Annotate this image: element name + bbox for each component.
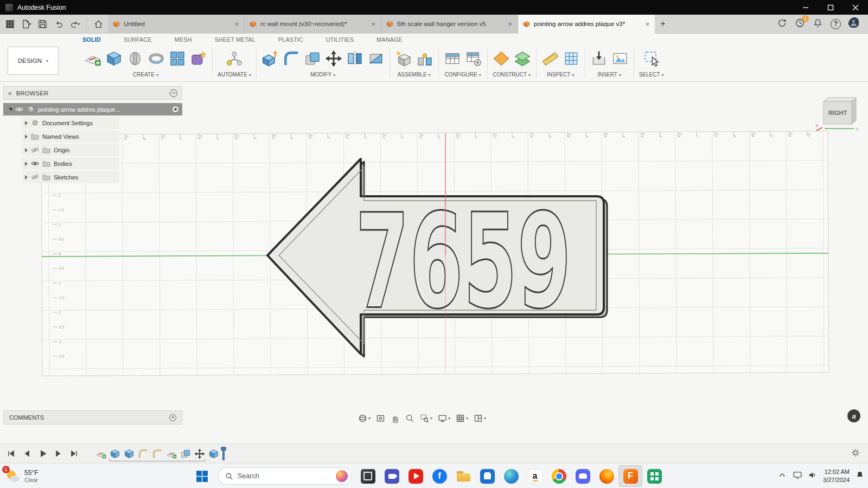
ribbon-tab-utilities[interactable]: UTILITIES [326, 36, 354, 43]
viewport-layout[interactable]: ▾ [474, 414, 486, 423]
pan-hand-tool[interactable] [391, 414, 400, 423]
taskbar-app-task-view[interactable] [356, 465, 380, 487]
tray-notifications-bell-icon[interactable] [855, 470, 865, 482]
undo-icon[interactable] [51, 16, 66, 31]
move-copy-icon[interactable] [325, 50, 342, 67]
feature-chamfer-icon[interactable] [152, 448, 163, 459]
weather-widget[interactable]: 1 55°F Clear [4, 466, 38, 486]
taskbar-search[interactable]: Search [218, 467, 352, 485]
group-label-configure[interactable]: CONFIGURE [445, 72, 481, 78]
taskbar-app-store[interactable] [475, 465, 499, 487]
eye-icon[interactable] [31, 160, 39, 167]
expander-icon[interactable] [9, 108, 12, 111]
group-label-modify[interactable]: MODIFY [310, 72, 335, 78]
section-analysis-icon[interactable] [563, 50, 580, 67]
doc-tab-rc-wall-mount[interactable]: rc wall mount (v30~recovered)* × [245, 15, 381, 34]
ribbon-tab-sheet-metal[interactable]: SHEET METAL [214, 36, 255, 43]
new-component-icon[interactable] [395, 50, 412, 67]
plaque-number[interactable]: 7659 [355, 186, 571, 338]
configure-settings-icon[interactable] [465, 50, 482, 67]
browser-item-named-views[interactable]: Named Views [22, 130, 119, 143]
group-label-inspect[interactable]: INSPECT [547, 72, 574, 78]
doc-tab-wall-hanger[interactable]: 5th scale wall hanger version v5 × [381, 15, 518, 34]
job-status-icon[interactable]: 1 [795, 18, 805, 30]
maximize-button[interactable] [818, 0, 843, 15]
browser-root-row[interactable]: pointing arrow addres plaque... [3, 103, 182, 115]
fillet-icon[interactable] [283, 50, 300, 67]
expander-icon[interactable] [25, 162, 28, 166]
viewcube-top-face[interactable] [824, 98, 856, 101]
group-label-construct[interactable]: CONSTRUCT [493, 72, 531, 78]
taskbar-app-chrome[interactable] [547, 465, 571, 487]
play-icon[interactable] [36, 447, 49, 460]
expander-icon[interactable] [25, 175, 28, 179]
combine-icon[interactable] [304, 50, 321, 67]
insert-mesh-icon[interactable] [590, 50, 608, 67]
configuration-table-icon[interactable] [444, 50, 461, 67]
press-pull-icon[interactable] [261, 50, 279, 67]
feature-sketch-icon[interactable] [166, 448, 177, 459]
zoom-window-tool[interactable]: ▾ [420, 414, 432, 423]
browser-item-document-settings[interactable]: Document Settings [22, 117, 119, 129]
offset-plane-icon[interactable] [514, 50, 531, 67]
minimize-button[interactable] [793, 0, 818, 15]
redo-icon[interactable]: ▾ [67, 16, 82, 31]
go-to-start-icon[interactable] [4, 447, 17, 460]
go-to-end-icon[interactable] [67, 447, 80, 460]
assistant-icon[interactable]: a [847, 409, 860, 422]
group-label-insert[interactable]: INSERT [597, 72, 621, 78]
timeline-position-marker[interactable] [222, 447, 225, 460]
taskbar-app-teams[interactable] [380, 465, 404, 487]
group-label-automate[interactable]: AUTOMATE [218, 72, 251, 78]
tray-volume-icon[interactable] [808, 470, 818, 482]
new-design-icon[interactable]: ▾ [18, 16, 34, 31]
sync-status-icon[interactable] [777, 18, 787, 30]
feature-extrude-icon[interactable] [124, 448, 135, 459]
create-sketch-icon[interactable] [84, 50, 101, 67]
eye-off-icon[interactable] [31, 146, 39, 153]
taskbar-app-amazon[interactable] [523, 465, 547, 487]
ribbon-tab-plastic[interactable]: PLASTIC [278, 36, 303, 43]
measure-icon[interactable] [541, 50, 559, 67]
viewcube-side-face[interactable] [852, 98, 856, 124]
minimize-browser-icon[interactable] [170, 89, 177, 97]
feature-chamfer-icon[interactable] [138, 448, 149, 459]
feature-combine-icon[interactable] [180, 448, 191, 459]
ribbon-tab-manage[interactable]: MANAGE [376, 36, 403, 43]
new-tab-button[interactable]: + [655, 16, 671, 32]
taskbar-app-sheets[interactable] [642, 465, 666, 487]
group-label-assemble[interactable]: ASSEMBLE [398, 72, 431, 78]
app-menu-icon[interactable] [2, 16, 17, 31]
help-icon[interactable]: ? [831, 19, 841, 29]
select-icon[interactable] [643, 50, 660, 67]
group-label-select[interactable]: SELECT [639, 72, 664, 78]
coil-icon[interactable] [148, 50, 165, 67]
eye-off-icon[interactable] [31, 174, 39, 181]
ribbon-tab-surface[interactable]: SURFACE [124, 36, 152, 43]
tab-close-icon[interactable]: × [233, 20, 240, 28]
tab-close-icon[interactable]: × [507, 20, 513, 28]
browser-item-bodies[interactable]: Bodies [22, 157, 119, 170]
expander-icon[interactable] [25, 121, 28, 125]
grid-snap-settings[interactable]: ▾ [456, 414, 468, 423]
user-avatar[interactable] [848, 17, 861, 30]
feature-sketch-icon[interactable] [95, 448, 106, 459]
align-icon[interactable] [346, 50, 363, 67]
look-at-tool[interactable] [376, 414, 385, 423]
visibility-eye-icon[interactable] [15, 106, 23, 113]
expander-icon[interactable] [25, 148, 28, 152]
group-label-create[interactable]: CREATE [133, 72, 158, 78]
expander-icon[interactable] [25, 134, 28, 139]
feature-move-icon[interactable] [194, 448, 205, 459]
comments-panel[interactable]: COMMENTS [3, 410, 182, 425]
display-settings[interactable]: ▾ [438, 414, 450, 423]
tab-close-icon[interactable]: × [644, 20, 650, 28]
create-form-icon[interactable] [190, 50, 207, 67]
feature-extrude-icon[interactable] [208, 448, 219, 459]
orbit-tool[interactable]: ▾ [358, 414, 371, 423]
ribbon-tab-solid[interactable]: SOLID [82, 36, 101, 43]
revolve-icon[interactable] [126, 50, 144, 67]
taskbar-app-facebook[interactable] [427, 465, 451, 487]
step-forward-icon[interactable] [52, 447, 65, 460]
browser-item-sketches[interactable]: Sketches [22, 171, 119, 183]
